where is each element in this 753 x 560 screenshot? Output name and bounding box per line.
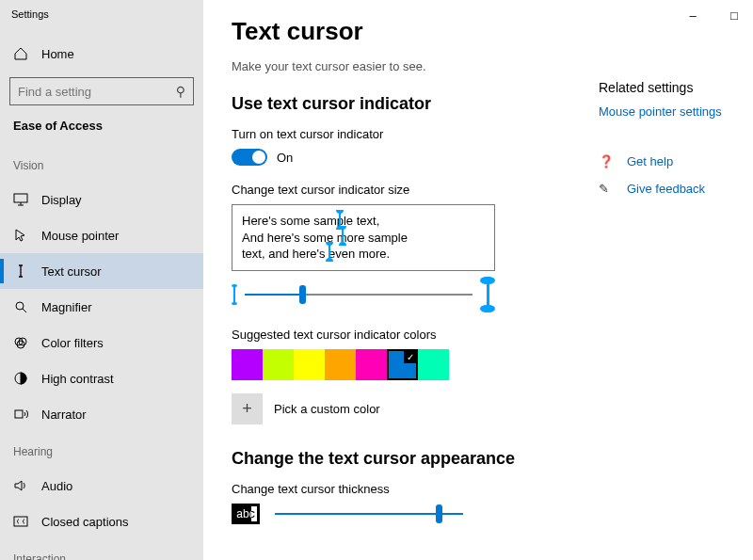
color-swatch[interactable] xyxy=(325,349,356,380)
section-appearance-title: Change the text cursor appearance xyxy=(232,449,552,469)
thickness-label: Change text cursor thickness xyxy=(232,482,552,496)
indicator-size-slider[interactable] xyxy=(245,294,473,296)
sidebar-item-display[interactable]: Display xyxy=(0,182,203,217)
svg-point-1 xyxy=(16,302,24,310)
sidebar-item-label: Closed captions xyxy=(41,515,129,529)
audio-icon xyxy=(13,478,28,493)
related-title: Related settings xyxy=(599,80,753,95)
sidebar-item-label: High contrast xyxy=(41,372,114,386)
thickness-preview: abc xyxy=(232,504,260,524)
toggle-label: Turn on text cursor indicator xyxy=(232,127,552,141)
category-title: Ease of Access xyxy=(0,115,203,146)
size-label: Change text cursor indicator size xyxy=(232,183,552,197)
feedback-link[interactable]: Give feedback xyxy=(627,182,705,196)
magnifier-icon xyxy=(13,299,28,314)
display-icon xyxy=(13,192,28,207)
sidebar-item-audio[interactable]: Audio xyxy=(0,468,203,504)
sidebar-item-high-contrast[interactable]: High contrast xyxy=(0,360,203,396)
color-swatch[interactable] xyxy=(418,349,449,380)
feedback-icon: ✎ xyxy=(599,182,614,196)
color-swatch[interactable] xyxy=(294,349,325,380)
search-input-wrap[interactable]: ⚲ xyxy=(9,77,194,105)
sample-preview: Here's some sample text,And here's some … xyxy=(232,204,495,271)
group-title: Hearing xyxy=(0,432,203,468)
indicator-toggle[interactable] xyxy=(232,149,267,166)
cursor-indicator-icon xyxy=(328,245,330,259)
svg-rect-6 xyxy=(15,410,23,418)
group-title: Vision xyxy=(0,146,203,182)
search-icon: ⚲ xyxy=(176,84,185,99)
color-swatch[interactable] xyxy=(356,349,387,380)
toggle-state: On xyxy=(277,151,293,165)
home-icon xyxy=(13,46,28,61)
cursor-indicator-icon xyxy=(342,229,344,243)
sidebar-item-mouse-pointer[interactable]: Mouse pointer xyxy=(0,217,203,253)
indicator-large-icon xyxy=(480,277,495,312)
home-label: Home xyxy=(41,47,74,61)
group-title: Interaction xyxy=(0,539,203,560)
sidebar-item-label: Text cursor xyxy=(41,264,102,279)
sidebar-item-label: Color filters xyxy=(41,336,104,350)
closed-captions-icon xyxy=(13,514,28,529)
svg-rect-7 xyxy=(14,517,27,526)
color-swatch[interactable] xyxy=(263,349,294,380)
sidebar-item-label: Audio xyxy=(41,479,72,493)
sidebar-item-label: Magnifier xyxy=(41,300,91,314)
help-icon: ❓ xyxy=(599,154,614,168)
related-link[interactable]: Mouse pointer settings xyxy=(599,104,753,119)
text-cursor-icon xyxy=(13,264,28,279)
colors-label: Suggested text cursor indicator colors xyxy=(232,328,552,342)
home-nav[interactable]: Home xyxy=(0,36,203,72)
maximize-button[interactable]: □ xyxy=(713,2,753,28)
thickness-slider[interactable] xyxy=(275,513,463,515)
section-indicator-title: Use text cursor indicator xyxy=(232,94,552,114)
sidebar-item-closed-captions[interactable]: Closed captions xyxy=(0,504,203,539)
svg-rect-0 xyxy=(14,194,27,202)
get-help-link[interactable]: Get help xyxy=(627,154,673,168)
high-contrast-icon xyxy=(13,371,28,386)
sidebar-item-color-filters[interactable]: Color filters xyxy=(0,325,203,360)
sidebar-item-magnifier[interactable]: Magnifier xyxy=(0,289,203,325)
search-input[interactable] xyxy=(18,85,176,99)
page-subtitle: Make your text cursor easier to see. xyxy=(232,59,552,73)
cursor-indicator-icon xyxy=(339,213,341,227)
sidebar-item-label: Mouse pointer xyxy=(41,229,119,243)
color-swatch[interactable] xyxy=(387,349,418,380)
custom-color-label: Pick a custom color xyxy=(274,402,380,416)
sidebar-item-narrator[interactable]: Narrator xyxy=(0,396,203,432)
sample-text: Here's some sample text,And here's some … xyxy=(242,214,408,261)
mouse-pointer-icon xyxy=(13,228,28,243)
indicator-small-icon xyxy=(232,284,237,305)
custom-color-button[interactable]: + xyxy=(232,393,263,424)
sidebar-item-label: Narrator xyxy=(41,408,87,422)
narrator-icon xyxy=(13,407,28,422)
sidebar-item-label: Display xyxy=(41,193,82,207)
window-title: Settings xyxy=(11,8,49,20)
color-swatch[interactable] xyxy=(232,349,263,380)
color-filters-icon xyxy=(13,335,28,350)
sidebar-item-text-cursor[interactable]: Text cursor xyxy=(0,253,203,289)
minimize-button[interactable]: – xyxy=(672,2,713,28)
